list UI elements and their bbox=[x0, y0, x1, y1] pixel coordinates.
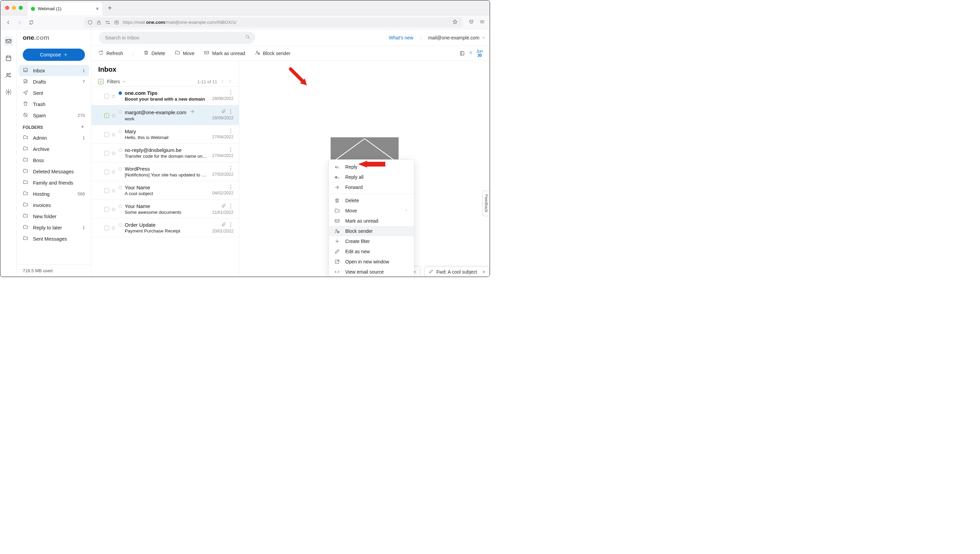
ctx-create-filter[interactable]: Create filter bbox=[329, 236, 414, 247]
sidebar-folder-inbox[interactable]: Inbox1 bbox=[19, 65, 89, 76]
star-button[interactable] bbox=[111, 94, 116, 99]
delete-button[interactable]: Delete bbox=[143, 50, 165, 56]
message-menu-button[interactable]: ⋮ bbox=[228, 90, 234, 96]
message-menu-button[interactable]: ⋮ bbox=[228, 147, 234, 153]
message-menu-button[interactable]: ⋮ bbox=[228, 166, 234, 171]
refresh-button[interactable]: Refresh bbox=[98, 50, 123, 56]
mail-rail-icon[interactable] bbox=[4, 37, 13, 46]
date-jump-button[interactable]: Jun 30 bbox=[476, 49, 483, 57]
message-checkbox[interactable] bbox=[104, 188, 109, 193]
message-row[interactable]: ⋮⋮one.com TipsBoost your brand with a ne… bbox=[91, 87, 239, 105]
star-button[interactable] bbox=[111, 226, 116, 231]
sidebar-folder-deleted-messages[interactable]: Deleted Messages bbox=[17, 166, 91, 177]
message-checkbox[interactable]: ✓ bbox=[104, 113, 109, 118]
star-button[interactable] bbox=[111, 188, 116, 193]
calendar-rail-icon[interactable] bbox=[4, 53, 13, 63]
sidebar-folder-invoices[interactable]: invoices bbox=[17, 199, 91, 211]
ctx-forward[interactable]: Forward bbox=[329, 182, 414, 193]
browser-tab[interactable]: Webmail (1) × bbox=[27, 2, 102, 15]
window-close-button[interactable] bbox=[5, 6, 9, 10]
message-context-menu[interactable]: ReplyReply allForwardDeleteMoveMark as u… bbox=[329, 159, 414, 277]
move-button[interactable]: Move bbox=[175, 50, 194, 56]
message-row[interactable]: ⋮⋮✓margot@one-example.comwork⋮28/06/2022 bbox=[91, 105, 239, 125]
message-checkbox[interactable] bbox=[104, 94, 109, 99]
ctx-open-in-new-window[interactable]: Open in new window bbox=[329, 256, 414, 267]
tab-close-button[interactable]: × bbox=[96, 6, 99, 12]
app-rail bbox=[0, 30, 17, 277]
pocket-button[interactable] bbox=[467, 19, 476, 26]
sidebar-folder-admin[interactable]: Admin1 bbox=[17, 132, 91, 143]
ctx-edit-as-new[interactable]: Edit as new bbox=[329, 247, 414, 256]
sidebar-folder-family-and-friends[interactable]: Family and friends bbox=[17, 177, 91, 188]
ctx-delete[interactable]: Delete bbox=[329, 196, 414, 205]
window-maximize-button[interactable] bbox=[19, 6, 23, 10]
message-menu-button[interactable]: ⋮ bbox=[228, 185, 234, 190]
forward-button[interactable] bbox=[15, 18, 24, 27]
message-checkbox[interactable] bbox=[104, 151, 109, 156]
mark-unread-button[interactable]: Mark as unread bbox=[204, 50, 245, 56]
search-input[interactable]: Search in Inbox bbox=[99, 32, 255, 44]
star-button[interactable] bbox=[111, 113, 116, 118]
bookmark-star-button[interactable] bbox=[451, 19, 459, 26]
message-row[interactable]: ⋮⋮MaryHello, this is Webmail⋮27/04/2022 bbox=[91, 125, 239, 144]
star-button[interactable] bbox=[111, 132, 116, 137]
ctx-move[interactable]: Move bbox=[329, 205, 414, 216]
ctx-mark-as-unread[interactable]: Mark as unread bbox=[329, 216, 414, 226]
ctx-view-email-source[interactable]: View email source bbox=[329, 267, 414, 277]
message-row[interactable]: ⋮⋮Your NameA cool subject⋮04/02/2022 bbox=[91, 181, 239, 200]
message-menu-button[interactable]: ⋮ bbox=[228, 129, 234, 134]
select-all-checkbox[interactable]: ✓ bbox=[98, 79, 103, 84]
close-icon[interactable]: × bbox=[482, 269, 485, 275]
sidebar-folder-sent[interactable]: Sent bbox=[17, 88, 91, 99]
spam-icon bbox=[23, 112, 29, 119]
message-row[interactable]: ⋮⋮Order UpdatePayment Purchase Receipt⋮2… bbox=[91, 218, 239, 237]
url-bar[interactable]: https://mail.one.com/mail@one-example.co… bbox=[84, 18, 463, 27]
url-text: https://mail.one.com/mail@one-example.co… bbox=[123, 20, 447, 25]
reload-button[interactable] bbox=[27, 18, 36, 27]
message-row[interactable]: ⋮⋮no-reply@dnsbelgium.beTransfer code fo… bbox=[91, 144, 239, 162]
star-button[interactable] bbox=[111, 151, 116, 156]
block-sender-button[interactable]: Block sender bbox=[255, 50, 291, 56]
star-button[interactable] bbox=[111, 207, 116, 212]
star-button[interactable] bbox=[111, 170, 116, 174]
filters-button[interactable]: Filters bbox=[107, 79, 126, 84]
message-menu-button[interactable]: ⋮ bbox=[228, 204, 234, 209]
add-folder-button[interactable] bbox=[80, 124, 85, 130]
sidebar-folder-trash[interactable]: Trash bbox=[17, 99, 91, 110]
message-checkbox[interactable] bbox=[104, 132, 109, 137]
message-menu-button[interactable]: ⋮ bbox=[228, 109, 234, 115]
message-checkbox[interactable] bbox=[104, 226, 109, 231]
whats-new-link[interactable]: What's new bbox=[389, 35, 413, 40]
menu-button[interactable] bbox=[478, 19, 486, 26]
user-email-menu[interactable]: mail@one-example.com bbox=[428, 35, 485, 40]
sidebar-folder-spam[interactable]: Spam270 bbox=[17, 110, 91, 121]
compose-button[interactable]: Compose bbox=[23, 49, 85, 61]
message-row[interactable]: ⋮⋮WordPress[Notifictions] Your site has … bbox=[91, 162, 239, 181]
date-nav-prev[interactable] bbox=[468, 50, 473, 56]
message-row[interactable]: ⋮⋮Your NameSome awesome documents⋮21/01/… bbox=[91, 200, 239, 218]
drag-handle-icon[interactable]: ⋮⋮ bbox=[95, 113, 102, 118]
sidebar-folder-archive[interactable]: Archive bbox=[17, 143, 91, 154]
sidebar-folder-new-folder[interactable]: New folder bbox=[17, 211, 91, 222]
ctx-block-sender[interactable]: Block sender bbox=[329, 226, 414, 236]
sidebar-folder-reply-to-later[interactable]: Reply to later1 bbox=[17, 222, 91, 233]
message-checkbox[interactable] bbox=[104, 207, 109, 212]
sidebar-folder-hosting[interactable]: Hosting566 bbox=[17, 188, 91, 199]
ctx-reply-all[interactable]: Reply all bbox=[329, 172, 414, 182]
sidebar-folder-sent-messages[interactable]: Sent Messages bbox=[17, 233, 91, 244]
sidebar-folder-drafts[interactable]: Drafts7 bbox=[17, 76, 91, 88]
pager-next-button[interactable] bbox=[228, 79, 232, 84]
reader-icon bbox=[114, 20, 119, 25]
feedback-button[interactable]: Feedback bbox=[482, 191, 490, 216]
pager-prev-button[interactable] bbox=[221, 79, 224, 84]
sidebar-folder-boss[interactable]: Boss bbox=[17, 154, 91, 166]
new-tab-button[interactable]: ＋ bbox=[102, 3, 117, 12]
back-button[interactable] bbox=[4, 18, 13, 27]
draft-tab[interactable]: Fwd: A cool subject× bbox=[425, 266, 490, 277]
message-checkbox[interactable] bbox=[104, 170, 109, 174]
layout-toggle-button[interactable] bbox=[460, 51, 465, 56]
settings-rail-icon[interactable] bbox=[4, 88, 13, 97]
contacts-rail-icon[interactable] bbox=[4, 70, 13, 80]
window-minimize-button[interactable] bbox=[12, 6, 16, 10]
message-menu-button[interactable]: ⋮ bbox=[228, 222, 234, 228]
